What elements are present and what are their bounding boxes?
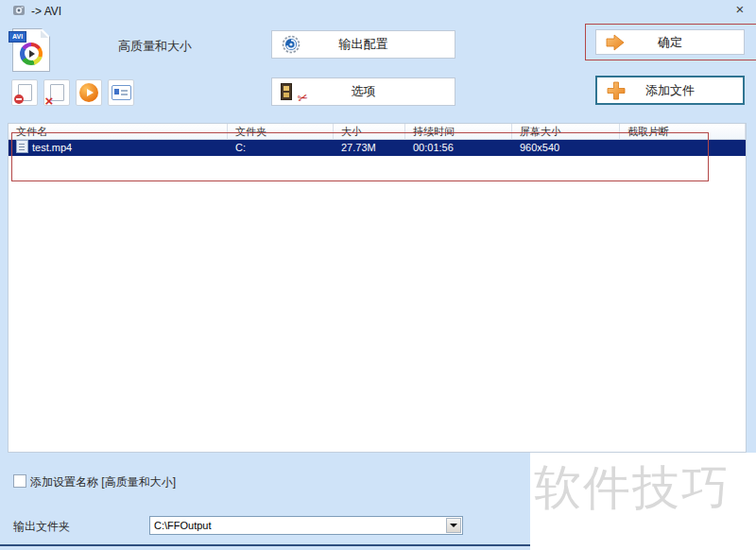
converter-window: -> AVI × AVI 高质量和大小 输出配置: [0, 0, 756, 550]
app-icon: [11, 3, 26, 22]
add-files-button[interactable]: 添加文件: [595, 76, 745, 105]
video-file-icon: [16, 140, 28, 153]
avi-file-type-icon: AVI: [12, 28, 50, 72]
output-config-button[interactable]: 输出配置: [271, 30, 455, 59]
clear-list-button[interactable]: ×: [43, 79, 70, 106]
color-wheel-icon: [20, 43, 43, 65]
play-triangle-icon: [87, 89, 94, 96]
document-icon: [18, 84, 32, 101]
chevron-down-icon: [450, 524, 457, 527]
avi-badge: AVI: [9, 31, 26, 43]
play-preview-button[interactable]: [76, 79, 102, 106]
cell-filename: test.mp4: [9, 140, 228, 156]
cell-folder: C:: [228, 140, 334, 156]
preset-name-label: 高质量和大小: [118, 38, 192, 55]
remove-minus-icon: [14, 95, 24, 104]
confirm-arrow-icon: [605, 33, 626, 52]
wheel-core: [25, 46, 39, 60]
cell-duration: 00:01:56: [405, 140, 512, 156]
column-header-folder[interactable]: 文件夹: [228, 124, 334, 140]
window-title: -> AVI: [31, 5, 61, 18]
options-button[interactable]: ✂ 选项: [271, 77, 455, 106]
play-icon: [29, 50, 35, 58]
output-config-gear-icon: [281, 34, 301, 55]
confirm-button[interactable]: 确定: [595, 29, 745, 55]
cell-size: 27.73M: [334, 140, 405, 156]
column-header-clip[interactable]: 截取片断: [620, 124, 746, 140]
output-folder-combobox[interactable]: C:\FFOutput: [149, 516, 463, 535]
column-header-duration[interactable]: 持续时间: [405, 124, 512, 140]
filename-text: test.mp4: [32, 142, 72, 153]
cell-screen: 960x540: [512, 140, 620, 156]
watermark-area: 软件技巧: [530, 453, 756, 550]
add-plus-icon: [606, 80, 627, 101]
delete-x-icon: ×: [45, 94, 54, 108]
bottom-divider: [0, 544, 530, 546]
page-fold-shadow: [41, 30, 48, 38]
film-strip-icon: [281, 83, 292, 100]
options-film-icon: ✂: [281, 83, 300, 100]
append-setting-label[interactable]: 添加设置名称 [高质量和大小]: [30, 474, 176, 490]
output-folder-label: 输出文件夹: [13, 519, 70, 535]
play-circle-icon: [79, 83, 98, 102]
column-header-size[interactable]: 大小: [334, 124, 405, 140]
table-row-selected[interactable]: test.mp4 C: 27.73M 00:01:56 960x540: [9, 140, 746, 156]
close-icon[interactable]: ×: [730, 1, 750, 18]
properties-icon: [112, 85, 131, 100]
append-setting-checkbox[interactable]: [13, 474, 26, 488]
watermark-text: 软件技巧: [534, 456, 730, 520]
file-list: 文件名 文件夹 大小 持续时间 屏幕大小 截取片断 test.mp4 C: 27…: [8, 123, 747, 453]
column-header-filename[interactable]: 文件名: [9, 124, 228, 140]
file-info-button[interactable]: [108, 79, 134, 106]
column-header-screen[interactable]: 屏幕大小: [512, 124, 620, 140]
combobox-dropdown-button[interactable]: [446, 518, 461, 533]
cell-clip: [620, 140, 746, 156]
remove-file-button[interactable]: [11, 79, 38, 106]
document-icon: ×: [50, 84, 64, 101]
output-folder-value: C:\FFOutput: [154, 520, 212, 531]
